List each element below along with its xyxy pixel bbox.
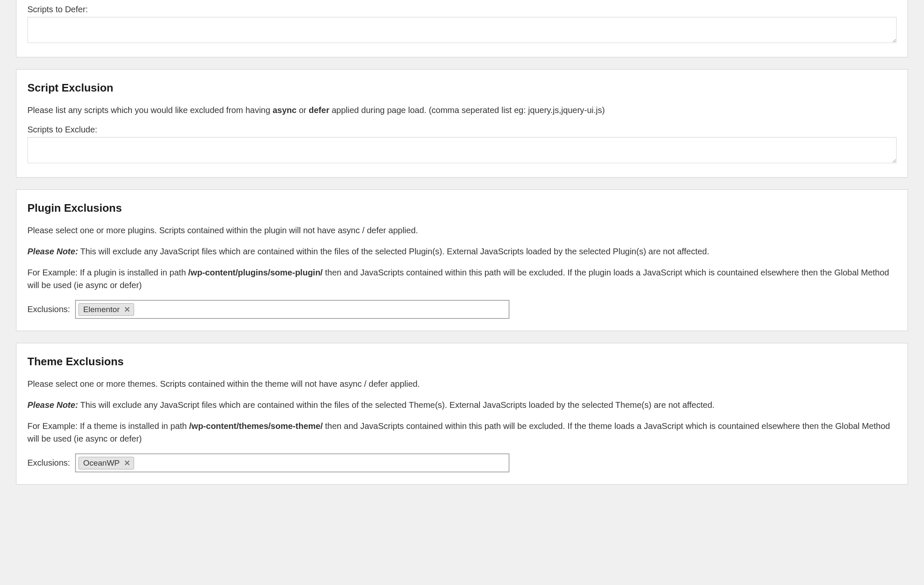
theme-exclusions-note: Please Note: This will exclude any JavaS… [27, 399, 897, 411]
theme-exclusions-title: Theme Exclusions [27, 355, 897, 368]
text: This will exclude any JavaScript files w… [78, 247, 709, 256]
scripts-to-defer-label: Scripts to Defer: [27, 5, 897, 14]
text: This will exclude any JavaScript files w… [78, 400, 714, 410]
plugin-exclusions-title: Plugin Exclusions [27, 202, 897, 215]
script-exclusion-description: Please list any scripts which you would … [27, 104, 897, 116]
plugin-exclusions-note: Please Note: This will exclude any JavaS… [27, 245, 897, 258]
plugin-exclusions-p1: Please select one or more plugins. Scrip… [27, 224, 897, 237]
scripts-to-defer-panel: Scripts to Defer: [16, 0, 908, 57]
theme-exclusions-example: For Example: If a theme is installed in … [27, 420, 897, 445]
theme-exclusions-row: Exclusions: OceanWP ✕ [27, 453, 897, 472]
plugin-exclusions-select[interactable]: Elementor ✕ [75, 300, 509, 319]
script-exclusion-title: Script Exclusion [27, 81, 897, 94]
theme-exclusions-field-label: Exclusions: [27, 458, 70, 468]
chip-oceanwp[interactable]: OceanWP ✕ [78, 457, 134, 469]
chip-label: Elementor [83, 305, 120, 314]
plugin-exclusions-panel: Plugin Exclusions Please select one or m… [16, 189, 908, 331]
chip-elementor[interactable]: Elementor ✕ [78, 303, 134, 316]
scripts-to-exclude-textarea[interactable] [27, 137, 897, 163]
bold-defer: defer [309, 105, 329, 115]
plugin-exclusions-row: Exclusions: Elementor ✕ [27, 300, 897, 319]
plugin-exclusions-example: For Example: If a plugin is installed in… [27, 266, 897, 291]
text: or [296, 105, 309, 115]
chip-label: OceanWP [83, 458, 120, 468]
bold-path: /wp-content/plugins/some-plugin/ [188, 268, 323, 277]
theme-exclusions-p1: Please select one or more themes. Script… [27, 377, 897, 390]
bold-async: async [272, 105, 296, 115]
text: applied during page load. (comma seperat… [329, 105, 605, 115]
please-note-label: Please Note: [27, 400, 78, 410]
text: Please list any scripts which you would … [27, 105, 272, 115]
plugin-exclusions-field-label: Exclusions: [27, 305, 70, 314]
scripts-to-defer-textarea[interactable] [27, 17, 897, 43]
theme-exclusions-panel: Theme Exclusions Please select one or mo… [16, 343, 908, 485]
theme-exclusions-select[interactable]: OceanWP ✕ [75, 453, 509, 472]
please-note-label: Please Note: [27, 247, 78, 256]
remove-icon[interactable]: ✕ [124, 306, 130, 313]
text: For Example: If a plugin is installed in… [27, 268, 188, 277]
text: For Example: If a theme is installed in … [27, 421, 189, 431]
script-exclusion-panel: Script Exclusion Please list any scripts… [16, 69, 908, 178]
remove-icon[interactable]: ✕ [124, 459, 130, 467]
bold-path: /wp-content/themes/some-theme/ [189, 421, 323, 431]
scripts-to-exclude-label: Scripts to Exclude: [27, 125, 897, 135]
